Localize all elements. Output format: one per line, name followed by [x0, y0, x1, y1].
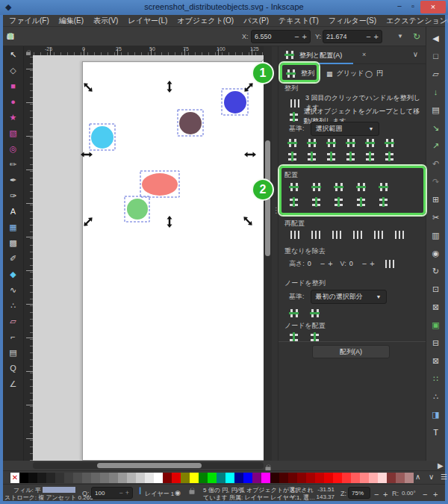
- eraser-tool-icon[interactable]: ▱: [6, 316, 21, 326]
- color-swatch[interactable]: [46, 473, 55, 483]
- overlap-v-decrement[interactable]: −: [362, 258, 367, 270]
- align-bottom-icon[interactable]: [346, 152, 357, 161]
- brown-circle[interactable]: [179, 112, 202, 134]
- import-icon[interactable]: ↘: [429, 122, 443, 133]
- distribute-gaps-v-icon[interactable]: [356, 197, 367, 207]
- y-coordinate-value[interactable]: 21.674: [326, 33, 347, 40]
- group-icon[interactable]: ∷: [429, 373, 443, 384]
- toolbar-overflow-chevron-icon[interactable]: ▼: [393, 30, 408, 43]
- panel-tab-close-icon[interactable]: ×: [362, 51, 366, 58]
- align-left-edge-icon[interactable]: [287, 138, 299, 148]
- blue-circle[interactable]: [224, 91, 246, 113]
- distribute-left-icon[interactable]: [289, 182, 300, 192]
- align-left-icon[interactable]: [307, 138, 318, 148]
- scale-handle-arrow[interactable]: [82, 216, 94, 228]
- menu-text[interactable]: テキスト(T): [279, 16, 319, 26]
- color-swatch[interactable]: [127, 473, 136, 483]
- color-swatch[interactable]: [109, 473, 118, 483]
- selector-tool-icon[interactable]: ↖: [6, 49, 21, 60]
- zoom-decrement[interactable]: −: [374, 488, 379, 500]
- rotation-snap-icon[interactable]: ↻: [409, 30, 424, 43]
- tab-align[interactable]: 整列: [286, 69, 314, 78]
- zoom-value[interactable]: 75%: [352, 490, 364, 497]
- salmon-ellipse[interactable]: [142, 173, 178, 196]
- align-top-icon[interactable]: [307, 152, 318, 161]
- strip-more-icon[interactable]: ▶: [438, 461, 444, 470]
- opacity-decrement[interactable]: −: [119, 487, 122, 499]
- spiral-tool-icon[interactable]: ◎: [6, 143, 21, 154]
- pages-tool-icon[interactable]: ▤: [6, 347, 21, 358]
- zoom-page-icon[interactable]: ⊡: [429, 284, 443, 294]
- tab-circular[interactable]: ◯ 円: [365, 69, 383, 78]
- zoom-increment[interactable]: +: [383, 488, 388, 500]
- overlap-v-value[interactable]: 0: [349, 260, 353, 267]
- cyan-circle[interactable]: [91, 126, 113, 149]
- menu-layer[interactable]: レイヤー(L): [128, 16, 167, 26]
- color-swatch[interactable]: [225, 473, 234, 483]
- color-swatch[interactable]: [37, 473, 46, 483]
- x-increment-button[interactable]: +: [302, 31, 307, 43]
- opacity-increment[interactable]: +: [125, 487, 129, 499]
- rotation-decrement[interactable]: −: [423, 488, 427, 500]
- green-circle[interactable]: [127, 199, 148, 220]
- color-swatch[interactable]: [118, 473, 127, 483]
- rotation-value[interactable]: 0.00°: [402, 490, 416, 497]
- align-top-edge-icon[interactable]: [287, 152, 299, 161]
- zoom-tool-icon[interactable]: Q: [6, 363, 21, 373]
- color-swatch[interactable]: [19, 473, 28, 483]
- zoom-fit-icon[interactable]: ↻: [429, 266, 443, 276]
- zoom-field[interactable]: 75%: [348, 487, 370, 499]
- color-swatch[interactable]: [351, 473, 360, 483]
- box3d-tool-icon[interactable]: ▧: [6, 128, 21, 138]
- rectangle-tool-icon[interactable]: ■: [6, 81, 21, 91]
- exchange-in-stacking-order-icon[interactable]: [331, 230, 342, 240]
- color-swatch[interactable]: [91, 473, 100, 483]
- menu-object[interactable]: オブジェクト(O): [177, 16, 234, 26]
- exchange-in-selection-order-icon[interactable]: [310, 230, 321, 240]
- spray-tool-icon[interactable]: ∴: [6, 300, 21, 311]
- distribute-text-h-icon[interactable]: [379, 182, 390, 192]
- current-layer-name[interactable]: レイヤー 1: [145, 490, 174, 498]
- rearrange-graph-icon[interactable]: [289, 230, 300, 240]
- color-swatch[interactable]: [297, 473, 306, 483]
- ungroup-icon[interactable]: ∴: [429, 391, 443, 402]
- distribute-gaps-h-icon[interactable]: [356, 182, 367, 192]
- measure-tool-icon[interactable]: ∠: [6, 379, 21, 389]
- align-center-v-icon[interactable]: [326, 152, 337, 161]
- opacity-field[interactable]: 100 − +: [91, 487, 133, 499]
- color-swatch[interactable]: [378, 473, 387, 483]
- palette-scroll-down-icon[interactable]: ∨: [429, 473, 434, 481]
- layer-lock-icon[interactable]: [188, 485, 196, 497]
- randomize-centers-icon[interactable]: [373, 230, 384, 240]
- collapse-panel-icon[interactable]: ◀: [429, 33, 443, 43]
- menu-edit[interactable]: 編集(E): [59, 16, 84, 26]
- color-swatch[interactable]: [82, 473, 91, 483]
- relative-to-dropdown[interactable]: 選択範囲 ▼: [311, 122, 379, 136]
- canvas[interactable]: Q: [33, 55, 264, 461]
- fill-color-swatch[interactable]: [43, 487, 75, 493]
- close-button[interactable]: ×: [420, 1, 446, 13]
- color-swatch[interactable]: [333, 473, 342, 483]
- align-bottom-edge-icon[interactable]: [365, 152, 376, 161]
- print-icon[interactable]: ▤: [429, 105, 443, 115]
- mesh-tool-icon[interactable]: ▩: [6, 237, 21, 248]
- horizontal-scrollbar-thumb[interactable]: [97, 463, 202, 468]
- color-swatch[interactable]: [55, 473, 64, 483]
- overlap-h-value[interactable]: 0: [308, 260, 311, 267]
- color-swatch[interactable]: [163, 473, 172, 483]
- node-relative-to-dropdown[interactable]: 最初の選択部分 ▼: [311, 290, 387, 304]
- color-swatch[interactable]: [324, 473, 333, 483]
- align-nodes-horizontal-icon[interactable]: [289, 308, 300, 318]
- color-swatch[interactable]: [279, 473, 288, 483]
- x-coordinate-field[interactable]: 6.550 − +: [251, 30, 311, 43]
- tweak-tool-icon[interactable]: ∿: [6, 284, 21, 295]
- color-swatch[interactable]: [145, 473, 154, 483]
- horizontal-ruler[interactable]: -250255075100125: [33, 46, 264, 55]
- color-swatch[interactable]: [217, 473, 225, 483]
- color-swatch[interactable]: [154, 473, 163, 483]
- scale-handle-arrow[interactable]: [167, 216, 172, 228]
- color-swatch[interactable]: [28, 473, 37, 483]
- stroke-indicator-label[interactable]: ストローク: 複 アンセット 0.265: [4, 494, 93, 502]
- menu-extensions[interactable]: エクステンション(N): [386, 16, 448, 26]
- distribute-center-v-icon[interactable]: [311, 197, 323, 207]
